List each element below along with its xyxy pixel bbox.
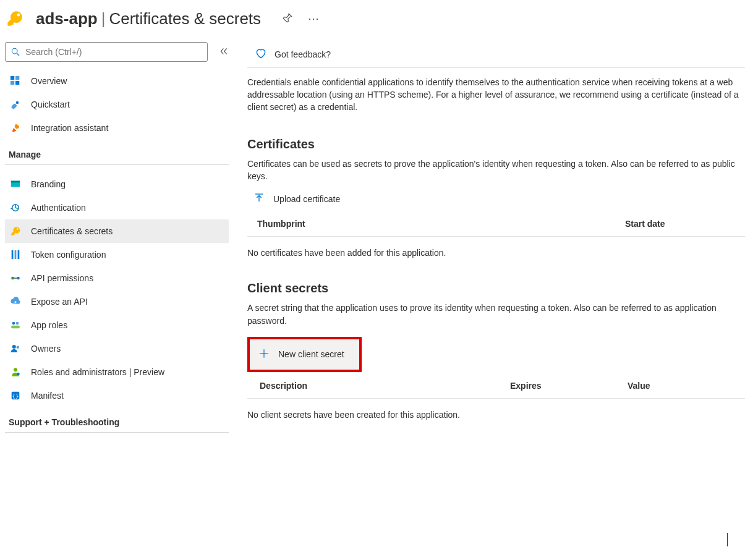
sidebar-item-owners[interactable]: Owners: [5, 337, 229, 360]
page-title: ads-app | Certificates & secrets: [36, 9, 261, 28]
overview-icon: [10, 75, 21, 87]
svg-point-22: [14, 368, 17, 371]
sidebar-item-auth[interactable]: Authentication: [5, 196, 229, 219]
sidebar-item-token[interactable]: Token configuration: [5, 243, 229, 266]
rocket-icon: [10, 122, 21, 134]
sidebar-item-label: Overview: [31, 76, 67, 86]
svg-text:{}: {}: [12, 393, 19, 399]
sidebar-item-label: Integration assistant: [31, 123, 108, 133]
svg-point-16: [15, 301, 17, 303]
svg-rect-8: [11, 181, 20, 183]
branding-icon: [10, 179, 21, 190]
svg-rect-5: [15, 81, 19, 85]
sidebar-item-label: Token configuration: [31, 250, 106, 260]
col-start-date: Start date: [625, 219, 733, 229]
certificates-desc: Certificates can be used as secrets to p…: [247, 158, 745, 183]
sidebar-item-expose[interactable]: Expose an API: [5, 290, 229, 313]
sidebar-item-label: Authentication: [31, 203, 86, 213]
sidebar-item-label: App roles: [31, 320, 67, 330]
cert-table-header: Thumbprint Start date: [247, 215, 745, 237]
roles-icon: [10, 367, 21, 378]
svg-rect-4: [11, 81, 14, 85]
pin-icon[interactable]: [282, 12, 293, 25]
sidebar-item-apiperm[interactable]: API permissions: [5, 266, 229, 290]
sidebar-item-key[interactable]: Certificates & secrets: [5, 219, 229, 243]
toolbar: Got feedback?: [247, 42, 745, 68]
manifest-icon: {}: [10, 390, 21, 401]
page-header: ads-app | Certificates & secrets ⋯: [0, 0, 745, 42]
app-name: ads-app: [36, 9, 98, 28]
sidebar: OverviewQuickstartIntegration assistant …: [0, 42, 229, 434]
feedback-button[interactable]: Got feedback?: [275, 49, 331, 59]
col-description: Description: [260, 381, 510, 391]
sidebar-item-overview[interactable]: Overview: [5, 69, 229, 93]
sidebar-item-branding[interactable]: Branding: [5, 172, 229, 196]
svg-rect-19: [11, 326, 20, 329]
support-section-label: Support + Troubleshooting: [5, 407, 229, 431]
sidebar-item-label: Owners: [31, 344, 61, 354]
col-thumbprint: Thumbprint: [257, 219, 625, 229]
sidebar-item-manifest[interactable]: {}Manifest: [5, 384, 229, 407]
auth-icon: [10, 202, 21, 213]
intro-text: Credentials enable confidential applicat…: [247, 68, 745, 114]
search-icon: [11, 47, 20, 57]
svg-point-17: [12, 322, 15, 325]
feedback-icon[interactable]: [255, 47, 267, 61]
sidebar-item-quickstart[interactable]: Quickstart: [5, 93, 229, 116]
new-client-secret-label: New client secret: [278, 349, 344, 359]
plus-icon: [258, 348, 270, 361]
svg-point-6: [16, 101, 19, 104]
owners-icon: [10, 343, 21, 354]
upload-certificate-label: Upload certificate: [273, 194, 340, 204]
cert-empty-text: No certificates have been added for this…: [247, 237, 745, 258]
svg-point-20: [12, 345, 16, 349]
search-input[interactable]: [5, 42, 208, 62]
svg-rect-11: [15, 250, 17, 259]
sidebar-item-label: Manifest: [31, 391, 64, 401]
svg-rect-12: [18, 250, 20, 259]
secret-table-header: Description Expires Value: [247, 372, 745, 399]
client-secrets-desc: A secret string that the application use…: [247, 302, 745, 327]
svg-point-14: [17, 277, 20, 280]
svg-rect-10: [12, 250, 14, 259]
content-pane: Got feedback? Credentials enable confide…: [229, 42, 745, 434]
sidebar-item-label: Certificates & secrets: [31, 226, 113, 236]
quickstart-icon: [10, 99, 21, 110]
col-expires: Expires: [510, 381, 628, 391]
upload-certificate-button[interactable]: Upload certificate: [247, 182, 346, 215]
upload-icon: [253, 192, 265, 205]
client-secrets-heading: Client secrets: [247, 281, 745, 295]
svg-line-1: [17, 53, 19, 56]
key-icon: [5, 9, 25, 28]
sidebar-item-label: API permissions: [31, 273, 93, 283]
token-icon: [10, 249, 21, 260]
page-subtitle: Certificates & secrets: [109, 9, 261, 28]
search-field[interactable]: [24, 46, 202, 57]
new-client-secret-button[interactable]: New client secret: [250, 339, 359, 370]
expose-icon: [10, 296, 21, 307]
collapse-sidebar-icon[interactable]: [219, 46, 229, 58]
svg-point-21: [17, 346, 20, 349]
svg-point-23: [17, 373, 20, 376]
svg-rect-3: [15, 76, 19, 80]
manage-section-label: Manage: [5, 140, 229, 163]
more-icon[interactable]: ⋯: [308, 12, 320, 25]
apiperm-icon: [10, 273, 21, 284]
highlight-box: New client secret: [247, 337, 362, 372]
sidebar-item-rocket[interactable]: Integration assistant: [5, 116, 229, 140]
svg-point-18: [16, 322, 19, 325]
approles-icon: [10, 320, 21, 331]
key-icon: [10, 226, 21, 237]
sidebar-item-label: Expose an API: [31, 297, 88, 307]
svg-point-13: [11, 277, 14, 280]
certificates-heading: Certificates: [247, 137, 745, 151]
col-value: Value: [628, 381, 739, 391]
sidebar-item-approles[interactable]: App roles: [5, 313, 229, 337]
svg-rect-2: [11, 76, 14, 80]
sidebar-item-label: Roles and administrators | Preview: [31, 367, 164, 377]
sidebar-item-roles[interactable]: Roles and administrators | Preview: [5, 360, 229, 384]
svg-point-0: [12, 48, 17, 54]
secret-empty-text: No client secrets have been created for …: [247, 399, 745, 420]
sidebar-item-label: Branding: [31, 179, 66, 189]
text-caret: [727, 533, 728, 546]
